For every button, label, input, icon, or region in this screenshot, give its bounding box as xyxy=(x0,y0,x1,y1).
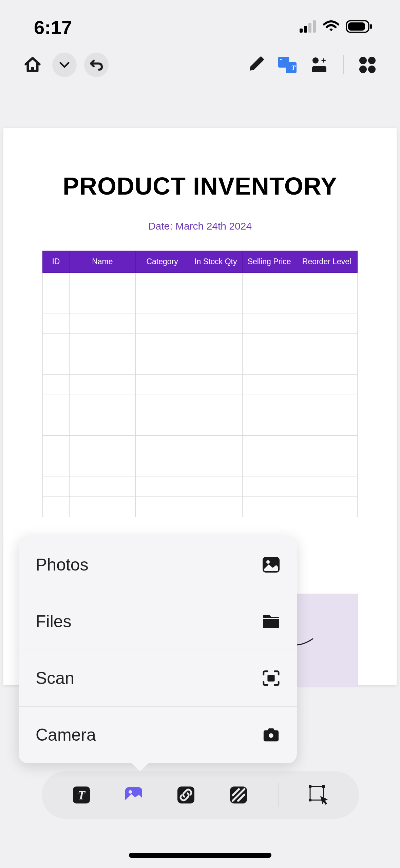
table-cell[interactable] xyxy=(296,293,358,313)
select-tool-button[interactable] xyxy=(307,783,331,807)
table-cell[interactable] xyxy=(69,436,135,456)
highlighter-button[interactable] xyxy=(243,53,268,77)
table-cell[interactable] xyxy=(243,354,296,375)
table-row[interactable] xyxy=(43,334,358,354)
table-cell[interactable] xyxy=(69,375,135,395)
table-cell[interactable] xyxy=(69,334,135,354)
table-cell[interactable] xyxy=(189,415,243,436)
table-cell[interactable] xyxy=(135,334,189,354)
table-cell[interactable] xyxy=(69,476,135,497)
table-cell[interactable] xyxy=(43,375,70,395)
home-button[interactable] xyxy=(20,53,45,77)
table-cell[interactable] xyxy=(243,313,296,334)
table-cell[interactable] xyxy=(69,456,135,476)
table-row[interactable] xyxy=(43,293,358,313)
table-row[interactable] xyxy=(43,273,358,293)
table-cell[interactable] xyxy=(243,273,296,293)
table-cell[interactable] xyxy=(69,395,135,415)
table-cell[interactable] xyxy=(43,334,70,354)
table-row[interactable] xyxy=(43,313,358,334)
table-cell[interactable] xyxy=(135,375,189,395)
table-row[interactable] xyxy=(43,497,358,517)
ai-image-button[interactable] xyxy=(307,53,331,77)
text-tool-button[interactable]: T xyxy=(69,783,94,807)
table-row[interactable] xyxy=(43,354,358,375)
table-cell[interactable] xyxy=(69,273,135,293)
table-cell[interactable] xyxy=(189,293,243,313)
table-cell[interactable] xyxy=(296,395,358,415)
table-cell[interactable] xyxy=(296,334,358,354)
table-row[interactable] xyxy=(43,375,358,395)
popover-item-files[interactable]: Files xyxy=(19,593,297,650)
table-cell[interactable] xyxy=(135,436,189,456)
table-cell[interactable] xyxy=(189,273,243,293)
table-cell[interactable] xyxy=(189,313,243,334)
table-row[interactable] xyxy=(43,395,358,415)
table-cell[interactable] xyxy=(135,415,189,436)
table-cell[interactable] xyxy=(296,375,358,395)
table-row[interactable] xyxy=(43,456,358,476)
table-cell[interactable] xyxy=(43,354,70,375)
table-cell[interactable] xyxy=(135,456,189,476)
table-cell[interactable] xyxy=(189,497,243,517)
table-cell[interactable] xyxy=(296,313,358,334)
table-cell[interactable] xyxy=(243,334,296,354)
table-cell[interactable] xyxy=(135,497,189,517)
table-cell[interactable] xyxy=(69,354,135,375)
table-cell[interactable] xyxy=(135,293,189,313)
table-cell[interactable] xyxy=(243,395,296,415)
popover-item-scan[interactable]: Scan xyxy=(19,650,297,707)
table-cell[interactable] xyxy=(43,273,70,293)
table-cell[interactable] xyxy=(43,415,70,436)
table-cell[interactable] xyxy=(43,313,70,334)
undo-button[interactable] xyxy=(84,53,109,77)
table-cell[interactable] xyxy=(243,456,296,476)
image-tool-button[interactable] xyxy=(121,783,146,807)
table-cell[interactable] xyxy=(43,436,70,456)
table-row[interactable] xyxy=(43,415,358,436)
table-row[interactable] xyxy=(43,476,358,497)
apps-grid-button[interactable] xyxy=(355,53,380,77)
table-cell[interactable] xyxy=(243,415,296,436)
table-cell[interactable] xyxy=(296,476,358,497)
table-cell[interactable] xyxy=(135,395,189,415)
table-cell[interactable] xyxy=(243,476,296,497)
table-cell[interactable] xyxy=(296,456,358,476)
table-cell[interactable] xyxy=(189,354,243,375)
table-cell[interactable] xyxy=(43,293,70,313)
text-style-button[interactable]: T xyxy=(275,53,300,77)
table-row[interactable] xyxy=(43,436,358,456)
table-cell[interactable] xyxy=(296,436,358,456)
popover-item-camera[interactable]: Camera xyxy=(19,707,297,763)
table-cell[interactable] xyxy=(296,497,358,517)
table-cell[interactable] xyxy=(189,476,243,497)
table-cell[interactable] xyxy=(43,456,70,476)
texture-tool-button[interactable] xyxy=(226,783,251,807)
table-cell[interactable] xyxy=(135,313,189,334)
table-cell[interactable] xyxy=(69,415,135,436)
table-cell[interactable] xyxy=(135,476,189,497)
table-cell[interactable] xyxy=(296,354,358,375)
table-cell[interactable] xyxy=(189,375,243,395)
table-cell[interactable] xyxy=(43,476,70,497)
table-cell[interactable] xyxy=(135,273,189,293)
table-cell[interactable] xyxy=(243,436,296,456)
table-cell[interactable] xyxy=(296,415,358,436)
dropdown-button[interactable] xyxy=(52,53,77,77)
table-cell[interactable] xyxy=(189,395,243,415)
table-cell[interactable] xyxy=(189,334,243,354)
table-cell[interactable] xyxy=(189,436,243,456)
table-cell[interactable] xyxy=(296,273,358,293)
link-tool-button[interactable] xyxy=(174,783,198,807)
table-cell[interactable] xyxy=(43,497,70,517)
table-cell[interactable] xyxy=(243,375,296,395)
popover-item-photos[interactable]: Photos xyxy=(19,537,297,593)
table-cell[interactable] xyxy=(243,293,296,313)
table-cell[interactable] xyxy=(243,497,296,517)
table-cell[interactable] xyxy=(135,354,189,375)
table-cell[interactable] xyxy=(189,456,243,476)
table-cell[interactable] xyxy=(69,497,135,517)
table-cell[interactable] xyxy=(69,293,135,313)
table-cell[interactable] xyxy=(43,395,70,415)
table-cell[interactable] xyxy=(69,313,135,334)
